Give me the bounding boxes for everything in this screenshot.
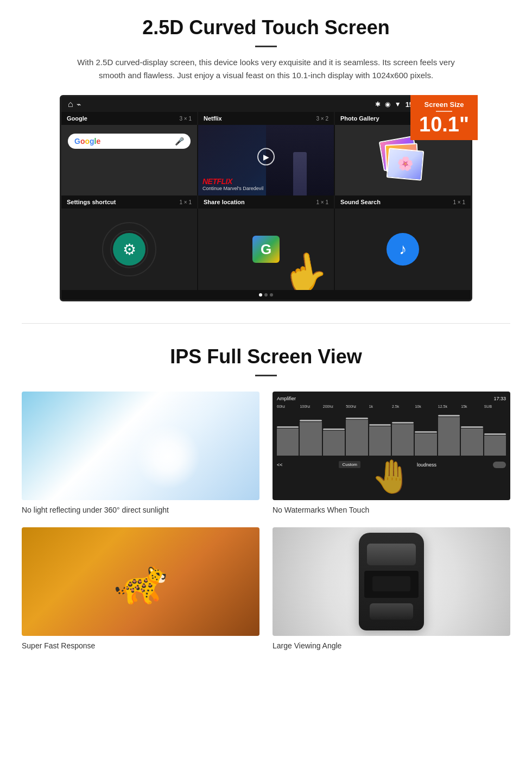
section2-title: IPS Full Screen View bbox=[22, 345, 510, 368]
freq-200: 200hz bbox=[323, 405, 345, 408]
sound-app-size: 1 × 1 bbox=[453, 199, 465, 205]
section-divider bbox=[22, 323, 510, 324]
app-grid-top: Google 🎤 ▶ NETFLIX bbox=[61, 125, 471, 195]
badge-size: 10.1" bbox=[419, 114, 469, 135]
eq-bar-3[interactable] bbox=[323, 431, 345, 456]
ghost-circles bbox=[61, 209, 197, 290]
freq-10k: 10k bbox=[415, 405, 436, 408]
google-logo: Google bbox=[74, 137, 100, 146]
netflix-cell[interactable]: ▶ NETFLIX Continue Marvel's Daredevil bbox=[198, 125, 334, 195]
freq-60: 60hz bbox=[277, 405, 299, 408]
eq-bar-1[interactable] bbox=[277, 428, 299, 456]
freq-15k: 15k bbox=[461, 405, 483, 408]
google-app-size: 3 × 1 bbox=[179, 116, 192, 122]
car-bg bbox=[273, 527, 510, 636]
feature-car: Large Viewing Angle bbox=[273, 527, 510, 650]
home-icon[interactable]: ⌂ bbox=[68, 99, 73, 109]
device-container: Screen Size 10.1" ⌂ ⌁ ✱ ◉ ▼ 15:06 ⬛ ♦ ✕ … bbox=[60, 95, 472, 301]
page-dots bbox=[61, 290, 471, 300]
sound-label: Sound Search 1 × 1 bbox=[335, 195, 471, 209]
hand-pointing-icon: 👆 bbox=[278, 247, 332, 290]
settings-cell[interactable]: ⚙ bbox=[61, 209, 197, 290]
eq-bar-2[interactable] bbox=[300, 422, 321, 456]
eq-bar-5[interactable] bbox=[369, 426, 391, 456]
maps-icon[interactable]: G bbox=[252, 236, 280, 263]
eq-bar-8[interactable] bbox=[438, 417, 460, 456]
share-cell[interactable]: G 👆 bbox=[198, 209, 334, 290]
settings-label: Settings shortcut 1 × 1 bbox=[61, 195, 197, 209]
amplifier-label: Amplifier bbox=[277, 396, 296, 401]
page-dot-1[interactable] bbox=[259, 293, 262, 297]
netflix-app-name: Netflix bbox=[204, 115, 222, 122]
share-app-size: 1 × 1 bbox=[316, 199, 328, 205]
share-app-name: Share location bbox=[204, 199, 245, 205]
mic-icon[interactable]: 🎤 bbox=[175, 137, 184, 146]
eq-custom-button[interactable]: Custom bbox=[339, 461, 360, 468]
feature-cheetah: 🐆 Super Fast Response bbox=[22, 527, 259, 650]
photo-stack: 🌸 bbox=[381, 138, 425, 182]
sunlight-caption: No light reflecting under 360° direct su… bbox=[22, 506, 259, 514]
freq-2k: 2.5k bbox=[392, 405, 414, 408]
equalizer-caption: No Watermarks When Touch bbox=[273, 506, 510, 514]
sky-bg bbox=[22, 392, 259, 500]
feature-equalizer: Amplifier 17:33 60hz 100hz 200hz 500hz 1… bbox=[273, 392, 510, 514]
google-search-bar[interactable]: Google 🎤 bbox=[68, 134, 191, 149]
car-image bbox=[273, 527, 510, 636]
photo-card-front: 🌸 bbox=[387, 148, 425, 180]
screen-size-badge: Screen Size 10.1" bbox=[410, 95, 478, 140]
status-bar: ⌂ ⌁ ✱ ◉ ▼ 15:06 ⬛ ♦ ✕ ▬ bbox=[61, 97, 471, 112]
eq-bg: Amplifier 17:33 60hz 100hz 200hz 500hz 1… bbox=[273, 392, 510, 500]
eq-bar-10[interactable] bbox=[484, 436, 506, 456]
car-roof-inner bbox=[372, 576, 410, 591]
section1-title: 2.5D Curved Touch Screen bbox=[22, 16, 510, 39]
app-labels-top-row: Google 3 × 1 Netflix 3 × 2 Photo Gallery… bbox=[61, 112, 471, 125]
freq-sub: SUB bbox=[484, 405, 506, 408]
daredevil-bg bbox=[266, 125, 334, 195]
loudness-toggle[interactable] bbox=[493, 462, 506, 468]
car-front-window bbox=[367, 544, 416, 565]
freq-100: 100hz bbox=[300, 405, 321, 408]
maps-g-letter: G bbox=[261, 241, 271, 258]
flower-icon: 🌸 bbox=[388, 154, 422, 172]
netflix-play-button[interactable]: ▶ bbox=[257, 148, 275, 166]
feature-sunlight: No light reflecting under 360° direct su… bbox=[22, 392, 259, 514]
title-divider-2 bbox=[255, 375, 277, 376]
section1-desc: With 2.5D curved-display screen, this de… bbox=[76, 56, 456, 82]
eq-freq-labels: 60hz 100hz 200hz 500hz 1k 2.5k 10k 12.5k… bbox=[277, 405, 506, 408]
freq-12k: 12.5k bbox=[438, 405, 460, 408]
settings-app-name: Settings shortcut bbox=[67, 199, 116, 205]
eq-bar-6[interactable] bbox=[392, 424, 414, 456]
eq-arrow-left[interactable]: << bbox=[277, 462, 283, 468]
sound-cell[interactable]: ♪ bbox=[335, 209, 471, 290]
daredevil-silhouette bbox=[293, 152, 307, 195]
settings-app-size: 1 × 1 bbox=[179, 199, 192, 205]
freq-500: 500hz bbox=[346, 405, 368, 408]
eq-bars bbox=[277, 411, 506, 461]
page-dot-3[interactable] bbox=[270, 293, 273, 297]
badge-label: Screen Size bbox=[419, 100, 469, 109]
music-icon[interactable]: ♪ bbox=[387, 233, 419, 266]
eq-bar-7[interactable] bbox=[415, 433, 436, 456]
eq-bar-4[interactable] bbox=[346, 420, 368, 456]
bluetooth-icon: ✱ bbox=[375, 100, 381, 108]
car-caption: Large Viewing Angle bbox=[273, 641, 510, 650]
netflix-inner: ▶ NETFLIX Continue Marvel's Daredevil bbox=[198, 125, 334, 195]
eq-bar-9[interactable] bbox=[461, 428, 483, 456]
netflix-app-size: 3 × 2 bbox=[316, 116, 328, 122]
page-dot-2[interactable] bbox=[264, 293, 268, 297]
location-icon: ◉ bbox=[385, 100, 390, 108]
sound-app-name: Sound Search bbox=[340, 199, 381, 205]
netflix-label: Netflix 3 × 2 bbox=[198, 112, 334, 125]
car-top-view bbox=[359, 533, 424, 630]
wifi-icon: ▼ bbox=[395, 100, 401, 108]
eq-header: Amplifier 17:33 bbox=[277, 396, 506, 401]
equalizer-image: Amplifier 17:33 60hz 100hz 200hz 500hz 1… bbox=[273, 392, 510, 500]
app-labels-bottom-row: Settings shortcut 1 × 1 Share location 1… bbox=[61, 195, 471, 209]
google-cell[interactable]: Google 🎤 bbox=[61, 125, 197, 195]
netflix-subtitle: Continue Marvel's Daredevil bbox=[202, 186, 263, 191]
cheetah-emoji: 🐆 bbox=[113, 556, 168, 607]
usb-icon: ⌁ bbox=[77, 100, 81, 109]
cheetah-bg: 🐆 bbox=[22, 527, 259, 636]
sun-glow bbox=[135, 424, 200, 489]
cheetah-image: 🐆 bbox=[22, 527, 259, 636]
